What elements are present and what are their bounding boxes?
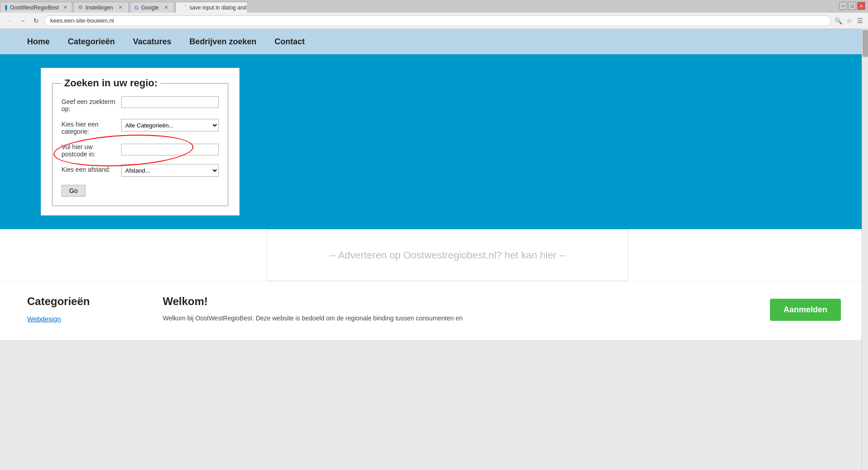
tab2-close[interactable]: ✕ <box>118 5 124 11</box>
advertise-box: -- Adverteren op Oostwestregiobest.nl? h… <box>267 229 628 281</box>
category-webdesign[interactable]: Webdesign <box>27 315 145 323</box>
postcode-label: Vul hier uw postcode in: <box>61 141 116 158</box>
bottom-section: Categorieën Webdesign Welkom! Welkom bij… <box>0 281 868 340</box>
tab-2[interactable]: ⚙ Instellingen ✕ <box>73 2 129 13</box>
categorie-row: Kies hier een categorie: Alle Categorieë… <box>61 119 219 135</box>
address-input[interactable] <box>44 15 831 26</box>
tab-1[interactable]: OostWestRegioBest ✕ <box>0 2 72 13</box>
welcome-title: Welkom! <box>163 295 752 308</box>
go-button[interactable]: Go <box>61 185 85 197</box>
forward-button[interactable]: → <box>17 15 28 26</box>
afstand-row: Kies een afstand: Afstand... <box>61 164 219 177</box>
tab1-close[interactable]: ✕ <box>63 5 67 11</box>
tab1-label: OostWestRegioBest <box>10 5 59 11</box>
menu-icon[interactable]: ☰ <box>855 16 864 25</box>
zoom-icon[interactable]: 🔍 <box>834 16 843 25</box>
search-widget-title: Zoeken in uw regio: <box>61 77 160 89</box>
tab-3[interactable]: G Google ✕ <box>130 2 175 13</box>
categorie-select[interactable]: Alle Categorieën... <box>121 119 219 132</box>
tab2-favicon: ⚙ <box>78 5 83 10</box>
aanmelden-button[interactable]: Aanmelden <box>770 299 841 321</box>
tab3-close[interactable]: ✕ <box>163 5 170 11</box>
aanmelden-col: Aanmelden <box>770 295 841 326</box>
postcode-input[interactable] <box>121 144 219 155</box>
address-bar: ← → ↻ 🔍 ☆ ☰ <box>0 13 868 29</box>
minimize-button[interactable]: ─ <box>839 2 847 10</box>
scrollbar-track[interactable] <box>862 29 868 470</box>
nav-bedrijven[interactable]: Bedrijven zoeken <box>189 37 256 47</box>
advertise-text: -- Adverteren op Oostwestregiobest.nl? h… <box>329 248 566 263</box>
nav-vacatures[interactable]: Vacatures <box>133 37 171 47</box>
back-button[interactable]: ← <box>4 15 14 26</box>
search-widget: Zoeken in uw regio: Geef een zoekterm op… <box>41 68 240 216</box>
window-controls: ─ □ ✕ <box>839 2 865 10</box>
tab3-label: Google <box>141 5 159 11</box>
hero-section: Zoeken in uw regio: Geef een zoekterm op… <box>0 54 868 229</box>
star-icon[interactable]: ☆ <box>844 16 854 25</box>
close-button[interactable]: ✕ <box>857 2 865 10</box>
refresh-button[interactable]: ↻ <box>31 15 42 26</box>
tab3-favicon: G <box>135 5 139 10</box>
zoekterm-row: Geef een zoekterm op: <box>61 96 219 113</box>
tab4-label: save input in dialog and <box>189 5 246 11</box>
categories-title: Categorieën <box>27 295 145 308</box>
tab-4[interactable]: 📄 save input in dialog and ✕ <box>175 2 248 13</box>
categories-column: Categorieën Webdesign <box>27 295 145 326</box>
browser-window: OostWestRegioBest ✕ ⚙ Instellingen ✕ G G… <box>0 0 868 470</box>
afstand-select[interactable]: Afstand... <box>121 164 219 177</box>
welcome-text: Welkom bij OostWestRegioBest. Deze websi… <box>163 313 752 323</box>
left-spacer <box>0 229 267 281</box>
maximize-button[interactable]: □ <box>848 2 856 10</box>
zoekterm-label: Geef een zoekterm op: <box>61 96 116 113</box>
nav-home[interactable]: Home <box>27 37 50 47</box>
categorie-label: Kies hier een categorie: <box>61 119 116 135</box>
scrollbar-thumb[interactable] <box>863 30 868 57</box>
tab-bar: OostWestRegioBest ✕ ⚙ Instellingen ✕ G G… <box>0 0 868 13</box>
site-nav: Home Categorieën Vacatures Bedrijven zoe… <box>0 29 868 54</box>
address-icons: 🔍 ☆ ☰ <box>834 16 864 25</box>
website-content: Home Categorieën Vacatures Bedrijven zoe… <box>0 29 868 340</box>
tab2-label: Instellingen <box>85 5 113 11</box>
zoekterm-input[interactable] <box>121 96 219 108</box>
tab1-favicon <box>5 5 7 11</box>
nav-contact[interactable]: Contact <box>274 37 305 47</box>
nav-categories[interactable]: Categorieën <box>68 37 115 47</box>
welcome-column: Welkom! Welkom bij OostWestRegioBest. De… <box>163 295 752 326</box>
postcode-row: Vul hier uw postcode in: <box>61 141 219 158</box>
mid-section: -- Adverteren op Oostwestregiobest.nl? h… <box>0 229 868 281</box>
afstand-label: Kies een afstand: <box>61 164 116 173</box>
tab4-favicon: 📄 <box>180 5 187 10</box>
